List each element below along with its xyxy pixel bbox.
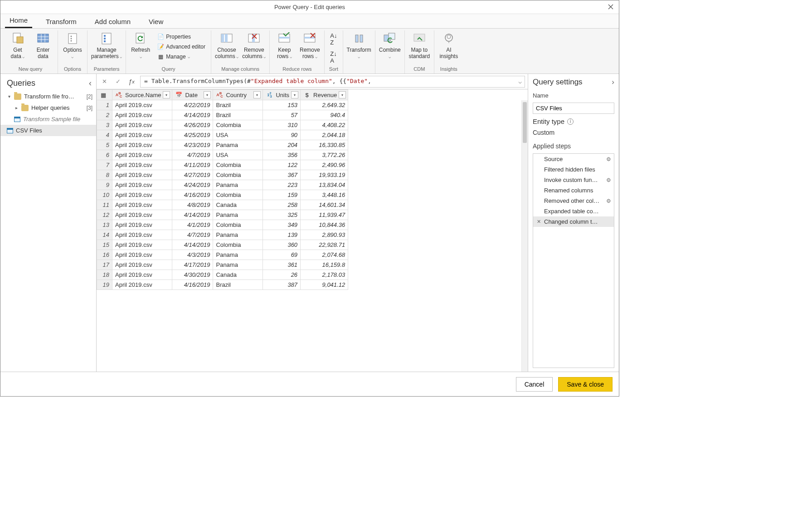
cell-units[interactable]: 325 [263,210,301,220]
enter-data-button[interactable]: Enterdata [32,30,54,59]
tab-home[interactable]: Home [5,14,32,28]
cell-units[interactable]: 122 [263,160,301,170]
tree-arrow-icon[interactable]: ▾ [7,94,11,99]
cell-country[interactable]: Panama [213,260,263,270]
cell-date[interactable]: 4/3/2019 [172,250,213,260]
cell-revenue[interactable]: 13,834.04 [301,180,348,190]
cell-date[interactable]: 4/26/2019 [172,120,213,130]
cell-date[interactable]: 4/16/2019 [172,280,213,290]
cell-country[interactable]: Panama [213,250,263,260]
type-icon[interactable]: ABC [215,91,224,98]
query-name-input[interactable] [533,103,614,114]
cell-units[interactable]: 90 [263,130,301,140]
formula-cancel-icon[interactable]: ✕ [99,77,109,87]
keep-rows-button[interactable]: Keeprows ⌵ [273,30,295,60]
sort-desc-button[interactable]: Z↓A [328,49,338,65]
cell-country[interactable]: Panama [213,230,263,240]
table-row[interactable]: 8April 2019.csv4/27/2019Colombia36719,93… [97,170,348,180]
cell-units[interactable]: 26 [263,270,301,280]
fx-icon[interactable]: ƒx [126,77,136,87]
cell-date[interactable]: 4/14/2019 [172,240,213,250]
cell-units[interactable]: 153 [263,100,301,110]
cell-revenue[interactable]: 3,772.26 [301,150,348,160]
window-close-button[interactable] [606,2,615,11]
options-button[interactable]: Options⌵ [62,30,83,60]
table-row[interactable]: 14April 2019.csv4/7/2019Panama1392,890.9… [97,230,348,240]
row-number[interactable]: 6 [97,150,112,160]
cell-revenue[interactable]: 2,044.18 [301,130,348,140]
formula-input[interactable]: = Table.TransformColumnTypes(#"Expanded … [140,76,525,88]
table-row[interactable]: 11April 2019.csv4/8/2019Canada25814,601.… [97,200,348,210]
column-header-source[interactable]: ABCSource.Name▾ [112,90,172,100]
cell-revenue[interactable]: 2,074.68 [301,250,348,260]
cell-revenue[interactable]: 16,330.85 [301,140,348,150]
row-number[interactable]: 10 [97,190,112,200]
cell-units[interactable]: 69 [263,250,301,260]
cell-country[interactable]: Panama [213,140,263,150]
cell-source[interactable]: April 2019.csv [112,120,172,130]
refresh-button[interactable]: Refresh⌵ [130,30,151,60]
cell-revenue[interactable]: 11,939.47 [301,210,348,220]
cell-units[interactable]: 258 [263,200,301,210]
row-number[interactable]: 5 [97,140,112,150]
save-close-button[interactable]: Save & close [558,377,613,392]
cell-revenue[interactable]: 10,844.36 [301,220,348,230]
table-row[interactable]: 2April 2019.csv4/14/2019Brazil57940.4 [97,110,348,120]
queries-item[interactable]: ▸Helper queries[3] [0,102,96,113]
cell-source[interactable]: April 2019.csv [112,170,172,180]
cell-date[interactable]: 4/7/2019 [172,230,213,240]
row-number[interactable]: 14 [97,230,112,240]
combine-button[interactable]: Combine⌵ [379,30,401,60]
cell-source[interactable]: April 2019.csv [112,280,172,290]
gear-icon[interactable]: ⚙ [606,177,611,183]
transform-button[interactable]: Transform⌵ [347,30,371,60]
gear-icon[interactable]: ⚙ [606,156,611,162]
cell-country[interactable]: Brazil [213,100,263,110]
info-icon[interactable]: i [567,118,574,125]
queries-item[interactable]: CSV Files [0,125,96,136]
cell-date[interactable]: 4/23/2019 [172,140,213,150]
cell-source[interactable]: April 2019.csv [112,240,172,250]
cell-date[interactable]: 4/8/2019 [172,200,213,210]
cell-revenue[interactable]: 2,490.96 [301,160,348,170]
row-number[interactable]: 16 [97,250,112,260]
cell-date[interactable]: 4/11/2019 [172,160,213,170]
row-number[interactable]: 1 [97,100,112,110]
cell-units[interactable]: 387 [263,280,301,290]
row-number[interactable]: 2 [97,110,112,120]
advanced-editor-button[interactable]: 📝Advanced editor [155,42,207,51]
cell-units[interactable]: 57 [263,110,301,120]
remove-rows-button[interactable]: Removerows ⌵ [299,30,321,60]
row-number[interactable]: 8 [97,170,112,180]
row-number[interactable]: 4 [97,130,112,140]
cell-units[interactable]: 356 [263,150,301,160]
row-number[interactable]: 13 [97,220,112,230]
table-row[interactable]: 16April 2019.csv4/3/2019Panama692,074.68 [97,250,348,260]
table-row[interactable]: 18April 2019.csv4/30/2019Canada262,178.0… [97,270,348,280]
formula-expand-icon[interactable]: ⌵ [518,78,522,85]
manage-button[interactable]: ▦Manage ⌵ [155,52,207,61]
cell-country[interactable]: USA [213,130,263,140]
map-to-standard-button[interactable]: Map tostandard [408,30,430,59]
cell-source[interactable]: April 2019.csv [112,230,172,240]
cell-country[interactable]: Colombia [213,120,263,130]
cancel-button[interactable]: Cancel [516,377,553,392]
column-filter-icon[interactable]: ▾ [204,91,211,98]
sort-asc-button[interactable]: A↓Z [328,31,339,47]
cell-date[interactable]: 4/25/2019 [172,130,213,140]
row-number[interactable]: 15 [97,240,112,250]
cell-units[interactable]: 204 [263,140,301,150]
cell-source[interactable]: April 2019.csv [112,260,172,270]
column-filter-icon[interactable]: ▾ [291,91,298,98]
applied-step[interactable]: Renamed columns [533,185,614,196]
cell-revenue[interactable]: 14,601.34 [301,200,348,210]
queries-item[interactable]: ▾Transform file fro…[2] [0,91,96,102]
cell-source[interactable]: April 2019.csv [112,190,172,200]
table-row[interactable]: 1April 2019.csv4/22/2019Brazil1532,649.3… [97,100,348,110]
tree-arrow-icon[interactable]: ▸ [14,105,19,110]
applied-step[interactable]: Source⚙ [533,154,614,164]
cell-revenue[interactable]: 16,159.8 [301,260,348,270]
cell-units[interactable]: 223 [263,180,301,190]
cell-units[interactable]: 361 [263,260,301,270]
cell-country[interactable]: Colombia [213,160,263,170]
